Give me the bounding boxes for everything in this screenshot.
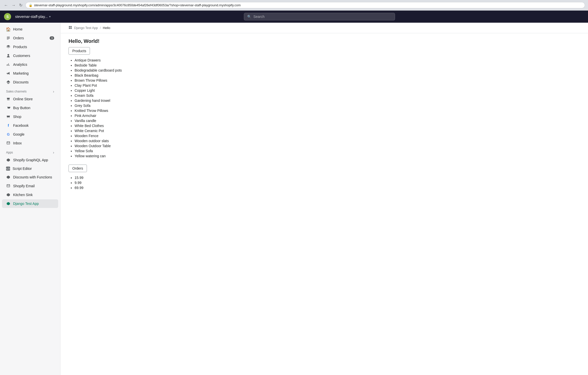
list-item: Clay Plant Pot bbox=[75, 83, 580, 88]
marketing-icon bbox=[6, 71, 11, 76]
sidebar-item-customers[interactable]: Customers bbox=[2, 51, 58, 60]
sidebar-item-discounts[interactable]: Discounts bbox=[2, 78, 58, 86]
sidebar-label-graphiql: Shopify GraphiQL App bbox=[13, 158, 48, 162]
sales-channels-chevron-icon[interactable]: › bbox=[53, 89, 54, 93]
search-icon: 🔍 bbox=[247, 15, 251, 19]
sidebar-label-online-store: Online Store bbox=[13, 97, 33, 101]
discounts-icon bbox=[6, 80, 11, 84]
buy-button-icon bbox=[6, 106, 11, 110]
sidebar-label-kitchen-sink: Kitchen Sink bbox=[13, 193, 33, 197]
products-list: Antique DrawersBedside TableBiodegradabl… bbox=[69, 58, 580, 159]
sidebar-label-customers: Customers bbox=[13, 54, 30, 58]
sidebar-item-buy-button[interactable]: Buy Button bbox=[2, 104, 58, 112]
shop-name-label: stevemar-staff-play... bbox=[15, 15, 48, 19]
products-button[interactable]: Products bbox=[69, 47, 90, 55]
sidebar-item-script-editor[interactable]: </> Script Editor bbox=[2, 165, 58, 173]
sidebar-item-shop[interactable]: Shop bbox=[2, 112, 58, 121]
forward-button[interactable]: → bbox=[11, 3, 17, 8]
shop-logo: S bbox=[4, 13, 11, 20]
svg-marker-0 bbox=[7, 159, 10, 162]
sidebar-item-online-store[interactable]: Online Store bbox=[2, 95, 58, 103]
sidebar-item-home[interactable]: 🏠 Home bbox=[2, 25, 58, 34]
facebook-icon: f bbox=[6, 123, 11, 128]
list-item: White Ceramic Pot bbox=[75, 128, 580, 133]
list-item: Knitted Throw Pillows bbox=[75, 108, 580, 113]
list-item: Cream Sofa bbox=[75, 93, 580, 98]
sidebar-item-analytics[interactable]: Analytics bbox=[2, 60, 58, 69]
svg-marker-1 bbox=[7, 176, 10, 179]
breadcrumb: Django Test App / Hello bbox=[60, 23, 588, 33]
sidebar-label-django-test-app: Django Test App bbox=[13, 202, 39, 206]
orders-list: 15.999.9969.99 bbox=[69, 175, 580, 190]
sidebar-label-inbox: Inbox bbox=[13, 141, 22, 145]
svg-rect-5 bbox=[71, 26, 72, 27]
breadcrumb-separator: / bbox=[100, 26, 101, 30]
list-item: Grey Sofa bbox=[75, 103, 580, 108]
list-item: Black Beanbag bbox=[75, 73, 580, 78]
shopify-email-icon bbox=[6, 184, 11, 188]
back-button[interactable]: ← bbox=[3, 3, 9, 8]
shop-name-chevron-icon: ▾ bbox=[49, 15, 51, 18]
sidebar-label-shopify-email: Shopify Email bbox=[13, 184, 35, 188]
main-content: Django Test App / Hello Hello, World! Pr… bbox=[60, 23, 588, 375]
sidebar-item-inbox[interactable]: Inbox bbox=[2, 139, 58, 147]
sidebar-label-home: Home bbox=[13, 27, 22, 31]
address-bar[interactable]: 🔒 stevemar-staff-playground.myshopify.co… bbox=[25, 2, 585, 8]
sidebar-item-orders[interactable]: Orders 3 bbox=[2, 34, 58, 42]
svg-rect-6 bbox=[69, 28, 70, 29]
list-item: Biodegradable cardboard pots bbox=[75, 68, 580, 73]
sidebar-item-google[interactable]: G Google bbox=[2, 130, 58, 139]
list-item: Copper Light bbox=[75, 88, 580, 93]
sidebar-item-marketing[interactable]: Marketing bbox=[2, 69, 58, 78]
sales-channels-label: Sales channels bbox=[6, 90, 26, 93]
django-app-icon bbox=[6, 201, 11, 206]
app-layout: 🏠 Home Orders 3 Products Customers bbox=[0, 11, 588, 375]
sidebar-label-analytics: Analytics bbox=[13, 62, 27, 67]
sidebar-item-facebook[interactable]: f Facebook bbox=[2, 121, 58, 130]
script-editor-icon: </> bbox=[6, 167, 10, 171]
search-input[interactable] bbox=[253, 15, 392, 19]
list-item: 69.99 bbox=[75, 185, 580, 190]
sidebar-label-orders: Orders bbox=[13, 36, 24, 40]
kitchen-sink-icon bbox=[6, 193, 11, 197]
search-container: 🔍 bbox=[244, 13, 395, 20]
sidebar: 🏠 Home Orders 3 Products Customers bbox=[0, 23, 60, 375]
sidebar-label-discounts-functions: Discounts with Functions bbox=[13, 175, 52, 179]
products-icon bbox=[6, 45, 11, 49]
apps-chevron-icon[interactable]: › bbox=[53, 150, 54, 154]
refresh-button[interactable]: ↻ bbox=[18, 2, 23, 8]
sidebar-label-facebook: Facebook bbox=[13, 123, 28, 128]
breadcrumb-current-page: Hello bbox=[103, 26, 110, 30]
sidebar-item-graphiql[interactable]: Shopify GraphiQL App bbox=[2, 156, 58, 164]
top-nav: S stevemar-staff-play... ▾ 🔍 bbox=[0, 11, 588, 23]
shop-icon bbox=[6, 114, 11, 119]
breadcrumb-app-name: Django Test App bbox=[74, 26, 98, 30]
list-item: Gardening hand trowel bbox=[75, 98, 580, 103]
orders-button[interactable]: Orders bbox=[69, 165, 87, 172]
breadcrumb-app-icon bbox=[69, 26, 72, 30]
sidebar-label-marketing: Marketing bbox=[13, 71, 28, 75]
svg-marker-3 bbox=[7, 202, 10, 205]
sidebar-item-discounts-functions[interactable]: Discounts with Functions bbox=[2, 173, 58, 181]
sidebar-label-shop: Shop bbox=[13, 115, 21, 119]
orders-badge: 3 bbox=[50, 36, 54, 40]
sales-channels-header: Sales channels › bbox=[2, 87, 58, 95]
sidebar-item-kitchen-sink[interactable]: Kitchen Sink bbox=[2, 191, 58, 199]
list-item: Antique Drawers bbox=[75, 58, 580, 63]
sidebar-label-script-editor: Script Editor bbox=[13, 167, 32, 171]
search-wrapper[interactable]: 🔍 bbox=[244, 13, 395, 20]
list-item: Bedside Table bbox=[75, 63, 580, 68]
list-item: 15.99 bbox=[75, 175, 580, 180]
sidebar-label-google: Google bbox=[13, 132, 24, 136]
svg-rect-7 bbox=[71, 28, 72, 29]
sidebar-item-products[interactable]: Products bbox=[2, 43, 58, 51]
google-icon: G bbox=[6, 132, 11, 137]
url-text: stevemar-staff-playground.myshopify.com/… bbox=[34, 3, 241, 7]
sidebar-item-shopify-email[interactable]: Shopify Email bbox=[2, 182, 58, 190]
svg-marker-2 bbox=[7, 193, 10, 197]
sidebar-label-discounts: Discounts bbox=[13, 80, 28, 84]
apps-section-header: Apps › bbox=[2, 148, 58, 155]
list-item: Yellow watering can bbox=[75, 153, 580, 159]
sidebar-item-django-test-app[interactable]: Django Test App bbox=[2, 199, 58, 208]
shop-name-button[interactable]: stevemar-staff-play... ▾ bbox=[15, 15, 51, 19]
